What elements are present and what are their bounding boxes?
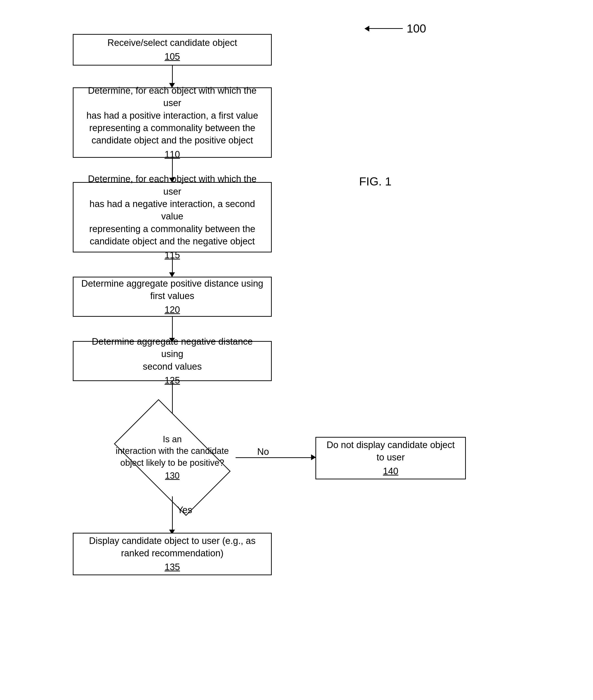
arrow-no-h bbox=[236, 457, 316, 458]
ref-number: 100 bbox=[407, 22, 426, 35]
diamond-line1: Is an bbox=[163, 434, 182, 444]
box-110-label: Determine, for each object with which th… bbox=[81, 84, 264, 147]
box-115: Determine, for each object with which th… bbox=[73, 182, 272, 252]
box-105-ref: 105 bbox=[164, 50, 180, 63]
box-105: Receive/select candidate object 105 bbox=[73, 34, 272, 66]
box-120-ref: 120 bbox=[164, 304, 180, 316]
diamond-130: Is an interaction with the candidate obj… bbox=[109, 419, 235, 496]
arrow-105-110 bbox=[172, 66, 173, 85]
arrowhead-115-120 bbox=[169, 272, 175, 277]
diamond-line3: object likely to be positive? bbox=[120, 458, 224, 468]
box-120: Determine aggregate positive distance us… bbox=[73, 277, 272, 317]
arrowhead-no bbox=[311, 454, 316, 460]
flowchart-diagram: 100 Receive/select candidate object 105 … bbox=[24, 20, 558, 687]
box-140-label: Do not display candidate object to user bbox=[323, 439, 458, 464]
diamond-130-ref: 130 bbox=[116, 470, 229, 482]
box-140: Do not display candidate object to user … bbox=[315, 437, 466, 479]
box-120-label: Determine aggregate positive distance us… bbox=[81, 277, 263, 303]
box-115-label: Determine, for each object with which th… bbox=[81, 173, 264, 247]
ref-arrow bbox=[369, 28, 403, 29]
box-135-ref: 135 bbox=[164, 561, 180, 573]
box-135: Display candidate object to user (e.g., … bbox=[73, 533, 272, 575]
box-125: Determine aggregate negative distance us… bbox=[73, 341, 272, 381]
box-110: Determine, for each object with which th… bbox=[73, 87, 272, 158]
arrow-yes-v bbox=[172, 496, 173, 532]
box-125-label: Determine aggregate negative distance us… bbox=[81, 336, 264, 373]
box-140-ref: 140 bbox=[383, 465, 398, 477]
label-no: No bbox=[257, 446, 269, 457]
label-yes: Yes bbox=[177, 505, 192, 515]
ref-number-block: 100 bbox=[369, 22, 426, 35]
diamond-line2: interaction with the candidate bbox=[116, 446, 229, 456]
arrow-115-120 bbox=[172, 252, 173, 274]
figure-label: FIG. 1 bbox=[359, 175, 391, 188]
box-135-label: Display candidate object to user (e.g., … bbox=[89, 535, 256, 560]
diamond-130-text: Is an interaction with the candidate obj… bbox=[113, 431, 231, 484]
box-105-label: Receive/select candidate object bbox=[108, 37, 237, 49]
